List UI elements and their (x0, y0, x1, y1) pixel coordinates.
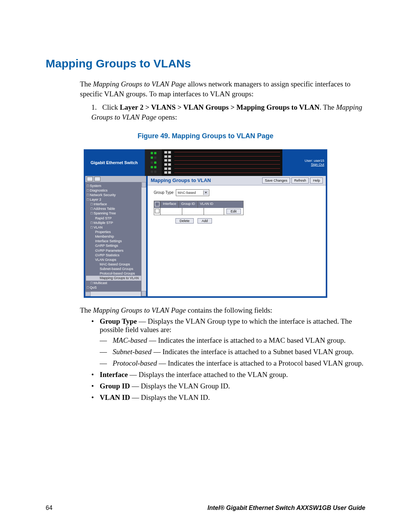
text: contains the following fields: (186, 306, 272, 314)
text: The (80, 306, 93, 314)
field-group-id: Group ID — Displays the VLAN Group ID. (91, 382, 365, 390)
save-changes-button[interactable]: Save Changes (262, 177, 290, 184)
nav-item[interactable]: □ QoS (86, 285, 145, 290)
page-footer: 64 Intel® Gigabit Ethernet Switch AXXSW1… (46, 505, 365, 511)
nav-tool-button[interactable] (87, 177, 93, 181)
nav-item[interactable]: □ Network Security (86, 193, 145, 197)
text: . The (320, 103, 336, 111)
nav-item[interactable]: □ System (86, 184, 145, 188)
field-vlan-id: VLAN ID — Displays the VLAN ID. (91, 393, 365, 402)
scroll-up-arrow-icon[interactable] (142, 182, 146, 187)
value-desc: — Indicates the interface is attached to… (157, 359, 363, 367)
content-body: Group Type MAC-based ▾ Interface Group I… (148, 185, 326, 227)
screenshot-figure: Gigabit Ethernet Switch User: user15 Sig… (84, 149, 327, 298)
field-desc: — Displays the VLAN Group ID. (130, 382, 230, 390)
page-number: 64 (46, 505, 53, 511)
step-1: 1. Click Layer 2 > VLANS > VLAN Groups >… (91, 102, 365, 122)
nav-item[interactable]: Rapid STP (86, 216, 145, 220)
nav-item[interactable]: Properties (86, 230, 145, 234)
nav-item[interactable]: Protocol-based Groups (86, 271, 145, 276)
col-interface: Interface (161, 201, 179, 208)
field-label: Group Type (100, 317, 137, 325)
add-button[interactable]: Add (198, 218, 212, 224)
step-number: 1. (91, 102, 100, 112)
scroll-left-arrow-icon[interactable] (85, 292, 91, 296)
nav-item[interactable]: □ VLAN (86, 225, 145, 230)
nav-item[interactable]: GARP Settings (86, 243, 145, 248)
text: opens: (156, 113, 177, 121)
sign-out-link[interactable]: Sign Out (311, 163, 324, 166)
after-figure-text: The Mapping Groups to VLAN Page contains… (80, 305, 365, 315)
section-heading: Mapping Groups to VLANs (46, 57, 365, 70)
intro-paragraph: The Mapping Groups to VLAN Page allows n… (80, 79, 365, 99)
figure-caption: Figure 49. Mapping Groups to VLAN Page (46, 132, 365, 140)
table-row: Edit (154, 208, 243, 215)
mapping-table: Interface Group ID VLAN ID Edit (154, 201, 244, 215)
scroll-down-arrow-icon[interactable] (142, 291, 146, 296)
nav-tool-button[interactable] (94, 177, 100, 181)
nav-item[interactable]: VLAN Groups (86, 257, 145, 262)
refresh-button[interactable]: Refresh (292, 177, 309, 184)
cell-interface (161, 208, 182, 215)
field-desc: — Displays the VLAN ID. (130, 393, 210, 401)
text: Click (102, 103, 120, 111)
edit-button[interactable]: Edit (226, 209, 241, 214)
page-name-em: Mapping Groups to VLAN Page (93, 306, 186, 314)
content-panel: Mapping Groups to VLAN Save Changes Refr… (148, 176, 326, 296)
nav-item[interactable]: GVRP Parameters (86, 248, 145, 253)
value-label: Subnet-based (113, 348, 151, 356)
scrollbar-vertical[interactable] (141, 182, 146, 296)
group-type-value: MAC-based (178, 191, 196, 195)
field-label: Interface (100, 371, 128, 379)
nav-item[interactable]: Interface Settings (86, 239, 145, 243)
nav-item[interactable]: MAC-based Groups (86, 262, 145, 267)
col-vlan-id: VLAN ID (198, 201, 216, 208)
app-header: Gigabit Ethernet Switch User: user15 Sig… (84, 149, 327, 176)
col-checkbox[interactable] (154, 201, 161, 208)
group-type-label: Group Type (154, 190, 174, 195)
help-button[interactable]: Help (310, 177, 323, 184)
delete-button[interactable]: Delete (175, 218, 194, 224)
nav-path-bold: Layer 2 > VLANS > VLAN Groups > Mapping … (120, 103, 320, 111)
guide-title: Intel® Gigabit Ethernet Switch AXXSW1GB … (207, 505, 365, 511)
led-panel (145, 149, 162, 176)
nav-item[interactable]: □ Interface (86, 202, 145, 206)
text: The (80, 80, 93, 88)
user-box: User: user15 Sign Out (282, 149, 327, 176)
content-header: Mapping Groups to VLAN Save Changes Refr… (148, 176, 326, 185)
nav-item[interactable]: □ Layer 2 (86, 197, 145, 202)
nav-toolbar (85, 176, 146, 182)
nav-item[interactable]: □ Address Table (86, 206, 145, 211)
chevron-down-icon: ▾ (203, 190, 208, 195)
value-desc: — Indicates the interface is attached to… (151, 348, 354, 356)
field-label: VLAN ID (100, 393, 130, 401)
nav-item[interactable]: Subnet-based Groups (86, 267, 145, 271)
table-header: Interface Group ID VLAN ID (154, 201, 243, 208)
nav-item[interactable]: Mapping Groups to VLAN (86, 276, 145, 280)
nav-item[interactable]: □ Spanning Tree (86, 211, 145, 216)
nav-item[interactable]: □ Multicast (86, 281, 145, 285)
field-interface: Interface — Displays the interface attac… (91, 371, 365, 379)
value-mac-based: MAC-based — Indicates the interface is a… (100, 336, 365, 345)
nav-item[interactable]: □ Diagnostics (86, 188, 145, 193)
col-group-id: Group ID (179, 201, 198, 208)
nav-panel: □ System□ Diagnostics□ Network Security□… (85, 176, 146, 296)
group-type-select[interactable]: MAC-based ▾ (176, 189, 209, 196)
nav-tree[interactable]: □ System□ Diagnostics□ Network Security□… (85, 182, 146, 291)
row-checkbox[interactable] (154, 208, 161, 215)
cell-group-id (182, 208, 204, 215)
field-desc: — Displays the interface attached to the… (128, 371, 288, 379)
value-protocol-based: Protocol-based — Indicates the interface… (100, 359, 365, 367)
page-title: Mapping Groups to VLAN (151, 177, 211, 183)
scrollbar-horizontal[interactable] (85, 291, 146, 296)
user-label: User: user15 (304, 159, 324, 163)
nav-item[interactable]: □ Multiple STP (86, 220, 145, 225)
field-list: Group Type — Displays the VLAN Group typ… (91, 317, 365, 402)
field-desc: — Displays the VLAN Group type to which … (100, 317, 352, 334)
value-label: MAC-based (113, 336, 147, 344)
nav-item[interactable]: Membership (86, 234, 145, 239)
sub-list: MAC-based — Indicates the interface is a… (100, 336, 365, 367)
value-desc: — Indicates the interface is attached to… (147, 336, 346, 344)
nav-item[interactable]: GVRP Statistics (86, 253, 145, 257)
brand-label: Gigabit Ethernet Switch (84, 149, 145, 176)
